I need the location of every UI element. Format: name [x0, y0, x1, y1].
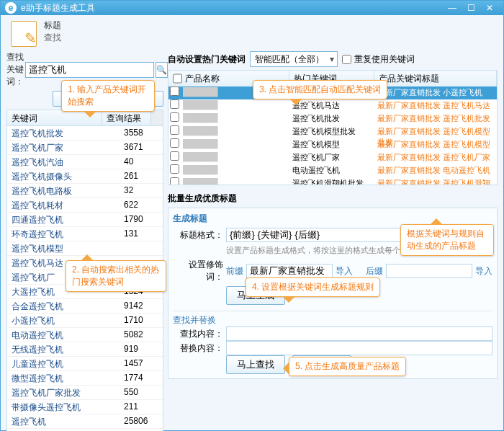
app-icon: e [5, 2, 17, 14]
table-row[interactable]: 四通遥控飞机1790 [7, 213, 163, 227]
table-row[interactable]: 电动遥控飞机5082 [7, 328, 163, 342]
prefix-link[interactable]: 前缀 [226, 265, 243, 277]
modifier-label: 设置修饰词： [173, 259, 223, 283]
table-row[interactable]: ███████遥控飞机模型最新厂家直销批发 遥控飞机模型 [168, 138, 497, 151]
callout-6: 根据关键词与规则自动生成的产品标题 [400, 224, 494, 256]
table-row[interactable]: 遥控飞机25806 [7, 414, 163, 429]
prod-col-title[interactable]: 产品关键词标题 [374, 71, 497, 86]
table-row[interactable]: ███████电动遥控飞机最新厂家直销批发 电动遥控飞机 [168, 164, 497, 177]
search-button[interactable]: 🔍 [156, 62, 168, 78]
select-all-checkbox[interactable] [173, 73, 182, 84]
table-row[interactable]: ███████遥控飞机厂家最新厂家直销批发 遥控飞机厂家 [168, 151, 497, 164]
batch-header: 批量生成优质标题 [168, 192, 498, 205]
window-title: e助手标题生成工具 [21, 2, 443, 14]
callout-5: 5. 点击生成高质量产品标题 [289, 357, 406, 376]
titlebar: e e助手标题生成工具 — ☐ ✕ [1, 1, 503, 15]
callout-4: 4. 设置根据关键词生成标题规则 [246, 277, 380, 297]
table-row[interactable]: ███████遥控飞机批发最新厂家直销批发 遥控飞机批发 [168, 112, 497, 125]
suffix-link[interactable]: 后缀 [366, 265, 383, 277]
table-row[interactable]: 遥控飞机厂家批发550 [7, 386, 163, 400]
table-row[interactable]: 环奇遥控飞机131 [7, 227, 163, 241]
search-input[interactable] [25, 62, 154, 78]
table-row[interactable]: 遥控飞机厂家3671 [7, 141, 163, 155]
import-suffix[interactable]: 导入 [475, 265, 492, 277]
table-row[interactable]: ███████遥控飞机模型批发最新厂家直销批发 遥控飞机模型批发 [168, 125, 497, 138]
callout-2: 2. 自动搜索出相关的热门搜索关键词 [66, 260, 166, 292]
table-row[interactable]: 儿童遥控飞机1457 [7, 357, 163, 371]
table-row[interactable]: 遥控飞机耗材622 [7, 198, 163, 213]
search-label: 查找关键词： [6, 51, 24, 88]
table-row[interactable]: 带摄像头遥控飞机211 [7, 400, 163, 414]
header-text: 标题 查找 [44, 19, 61, 44]
doc-icon [9, 19, 38, 48]
table-row[interactable]: 遥控飞机电路板32 [7, 184, 163, 198]
find-replace-title: 查找并替换 [173, 314, 492, 326]
callout-1: 1. 输入产品关键词开始搜索 [61, 80, 155, 112]
table-row[interactable]: ███████遥控飞机马达最新厂家直销批发 遥控飞机马达 [168, 99, 497, 112]
auto-set-label: 自动设置热门关键词 [168, 53, 246, 66]
close-button[interactable]: ✕ [480, 1, 499, 15]
callout-3: 3. 点击智能匹配自动匹配关键词 [253, 80, 387, 99]
replace-input[interactable] [226, 341, 492, 355]
table-row[interactable]: 无线遥控飞机919 [7, 342, 163, 357]
maximize-button[interactable]: ☐ [462, 1, 480, 15]
table-row[interactable]: 遥控飞机批发3558 [7, 126, 163, 141]
table-row[interactable]: ███████遥控飞机滑翔机批发最新厂家直销批发 遥控飞机滑翔 [168, 177, 497, 185]
repeat-checkbox[interactable]: 重复使用关键词 [342, 53, 415, 66]
header: 标题 查找 [1, 15, 503, 51]
find-input[interactable] [226, 326, 492, 341]
format-label: 标题格式： [173, 229, 223, 241]
prefix-input[interactable] [246, 264, 333, 278]
table-row[interactable]: 遥控飞机汽油40 [7, 155, 163, 169]
smart-match-combo[interactable]: 智能匹配（全部） [250, 51, 338, 67]
suffix-input[interactable] [386, 264, 472, 278]
kw-col-result[interactable]: 查询结果 [102, 110, 151, 125]
table-row[interactable]: 合金遥控飞机9142 [7, 299, 163, 314]
gen-title: 生成标题 [173, 213, 492, 225]
table-row[interactable]: 遥控飞机摄像头261 [7, 169, 163, 184]
import-prefix[interactable]: 导入 [336, 265, 353, 277]
table-row[interactable]: 微型遥控飞机1774 [7, 371, 163, 386]
main-window: e e助手标题生成工具 — ☐ ✕ 标题 查找 1. 输入产品关键词开始搜索 3… [0, 0, 504, 431]
scrollbar[interactable] [151, 110, 163, 125]
table-row[interactable]: 小遥控飞机1710 [7, 314, 163, 328]
minimize-button[interactable]: — [443, 1, 462, 15]
search-icon: 🔍 [156, 65, 167, 75]
